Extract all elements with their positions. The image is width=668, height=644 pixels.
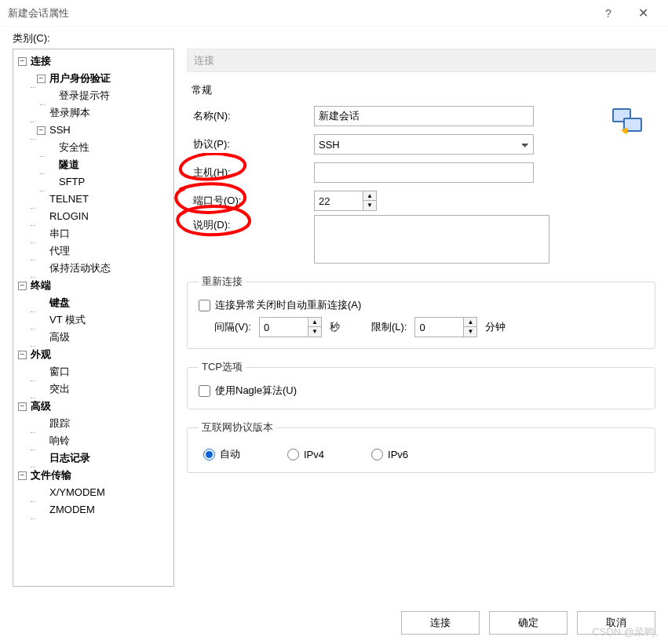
general-legend: 常规 [192, 83, 655, 97]
breadcrumb: 连接 [187, 49, 655, 72]
interval-spinner[interactable]: ▲▼ [259, 317, 322, 337]
ipver-ipv6[interactable]: IPv6 [371, 449, 408, 460]
reconnect-legend: 重新连接 [199, 275, 246, 289]
tree-trace[interactable]: 跟踪 [27, 415, 172, 432]
dialog-footer: 连接 确定 取消 [401, 611, 655, 635]
protocol-select[interactable]: SSH [314, 134, 534, 155]
tcp-group: TCP选项 使用Nagle算法(U) [187, 360, 655, 409]
collapse-icon[interactable] [37, 126, 46, 135]
tree-serial[interactable]: 串口 [27, 225, 172, 242]
tree-advanced[interactable]: 高级 跟踪 响铃 日志记录 [18, 398, 172, 467]
tree-appearance[interactable]: 外观 窗口 突出 [18, 346, 172, 398]
collapse-icon[interactable] [18, 57, 27, 66]
tree-rlogin[interactable]: RLOGIN [27, 208, 172, 225]
collapse-icon[interactable] [18, 402, 27, 411]
desc-label: 说明(D): [192, 215, 314, 232]
tree-connection[interactable]: 连接 用户身份验证 登录提示符 登录脚本 SSH [18, 53, 172, 277]
ipver-ipv4[interactable]: IPv4 [287, 449, 324, 460]
interval-input[interactable] [259, 317, 308, 337]
category-tree: 连接 用户身份验证 登录提示符 登录脚本 SSH [13, 49, 174, 587]
tree-telnet[interactable]: TELNET [27, 191, 172, 208]
tree-highlight[interactable]: 突出 [27, 380, 172, 398]
tree-window[interactable]: 窗口 [27, 363, 172, 380]
collapse-icon[interactable] [37, 75, 46, 83]
collapse-icon[interactable] [18, 471, 27, 480]
interval-label: 间隔(V): [214, 320, 251, 334]
port-spinner[interactable]: ▲▼ [314, 191, 377, 211]
spin-up-icon[interactable]: ▲ [464, 318, 476, 327]
tree-login-script[interactable]: 登录脚本 [27, 104, 172, 122]
protocol-label: 协议(P): [192, 137, 314, 151]
limit-spinner[interactable]: ▲▼ [414, 317, 477, 337]
category-label: 类别(C): [13, 31, 655, 45]
tree-advanced-term[interactable]: 高级 [27, 329, 172, 346]
tree-auth[interactable]: 用户身份验证 登录提示符 [27, 70, 172, 104]
tree-logging[interactable]: 日志记录 [27, 449, 172, 467]
reconnect-checkbox[interactable]: 连接异常关闭时自动重新连接(A) [199, 298, 647, 312]
collapse-icon[interactable] [18, 282, 27, 290]
tree-ssh[interactable]: SSH 安全性 隧道 SFTP [27, 122, 172, 191]
window-title: 新建会话属性 [8, 6, 591, 20]
collapse-icon[interactable] [18, 351, 27, 359]
tree-zmodem[interactable]: ZMODEM [27, 501, 172, 518]
tree-login-prompt[interactable]: 登录提示符 [37, 87, 172, 104]
limit-unit: 分钟 [485, 320, 506, 334]
spin-up-icon[interactable]: ▲ [308, 318, 321, 327]
ipver-group: 互联网协议版本 自动 IPv4 IPv6 [187, 420, 655, 473]
cancel-button[interactable]: 取消 [577, 611, 655, 635]
tree-file-transfer[interactable]: 文件传输 X/YMODEM ZMODEM [18, 467, 172, 518]
host-label: 主机(H): [192, 166, 314, 180]
connect-button[interactable]: 连接 [401, 611, 480, 635]
spin-down-icon[interactable]: ▼ [308, 327, 321, 337]
session-icon [611, 107, 645, 138]
tree-tunnel[interactable]: 隧道 [37, 156, 172, 173]
ipver-legend: 互联网协议版本 [199, 420, 276, 435]
limit-label: 限制(L): [371, 320, 407, 334]
port-input[interactable] [314, 191, 363, 211]
tree-keyboard[interactable]: 键盘 [27, 294, 172, 311]
spin-down-icon[interactable]: ▼ [363, 201, 376, 210]
name-input[interactable] [314, 106, 534, 126]
reconnect-group: 重新连接 连接异常关闭时自动重新连接(A) 间隔(V): ▲▼ 秒 限制(L): [187, 275, 655, 349]
tree-xymodem[interactable]: X/YMODEM [27, 484, 172, 501]
nagle-checkbox[interactable]: 使用Nagle算法(U) [199, 384, 647, 398]
tree-terminal[interactable]: 终端 键盘 VT 模式 高级 [18, 277, 172, 346]
tree-sftp[interactable]: SFTP [37, 173, 172, 191]
tree-security[interactable]: 安全性 [37, 139, 172, 156]
tcp-legend: TCP选项 [199, 360, 246, 374]
spin-up-icon[interactable]: ▲ [363, 191, 376, 201]
spin-down-icon[interactable]: ▼ [464, 327, 476, 337]
tree-bell[interactable]: 响铃 [27, 432, 172, 449]
title-bar: 新建会话属性 ? ✕ [0, 0, 668, 27]
port-label: 端口号(O): [192, 194, 314, 208]
interval-unit: 秒 [330, 320, 340, 334]
general-group: 常规 名称(N): 协议(P): SSH [187, 83, 655, 271]
name-label: 名称(N): [192, 109, 314, 123]
tree-proxy[interactable]: 代理 [27, 242, 172, 260]
tree-vtmode[interactable]: VT 模式 [27, 311, 172, 329]
help-icon[interactable]: ? [591, 8, 626, 19]
close-icon[interactable]: ✕ [626, 7, 660, 20]
tree-keepalive[interactable]: 保持活动状态 [27, 260, 172, 277]
ok-button[interactable]: 确定 [489, 611, 568, 635]
host-input[interactable] [314, 162, 534, 183]
limit-input[interactable] [414, 317, 463, 337]
desc-textarea[interactable] [314, 215, 549, 264]
ipver-auto[interactable]: 自动 [203, 447, 240, 461]
